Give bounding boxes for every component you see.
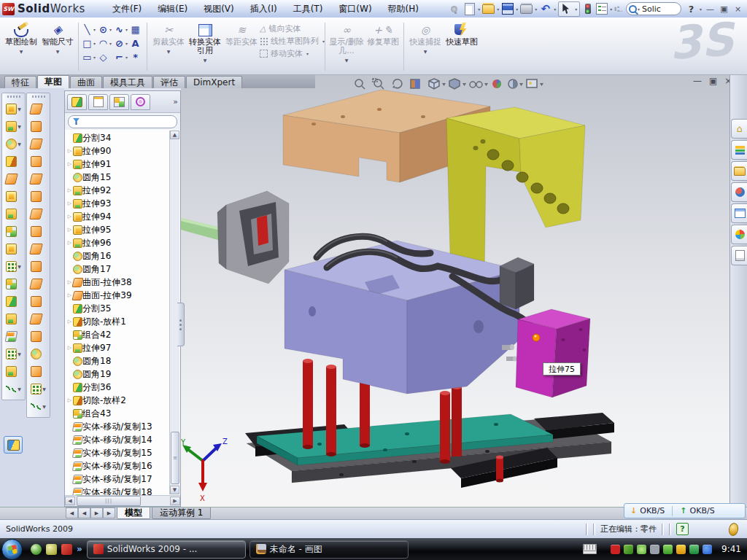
zoom-to-area-icon[interactable] xyxy=(373,79,384,89)
toolbar-button[interactable]: ▼ xyxy=(27,292,50,310)
custom-properties-tab[interactable] xyxy=(731,246,747,265)
overflow-chevron-icon[interactable]: » xyxy=(77,544,82,555)
close-button[interactable]: × xyxy=(732,4,744,15)
minimize-button[interactable]: — xyxy=(704,4,716,15)
menu-item[interactable]: 编辑(E) xyxy=(150,0,196,18)
linear-sketch-pattern-button[interactable]: 线性草图阵列 ▾ xyxy=(260,36,322,46)
select-cursor-button[interactable] xyxy=(560,3,573,15)
sketch-entity-button[interactable]: ⊙ ▾ xyxy=(98,25,112,34)
expand-arrow-icon[interactable]: ▷ xyxy=(66,227,73,233)
appearances-tab[interactable] xyxy=(731,225,747,244)
network-speed-monitor[interactable]: ↓ OKB/S ↑ OKB/S xyxy=(624,503,746,518)
toolbar-button[interactable]: ▼ xyxy=(2,327,25,345)
tree-horizontal-scrollbar[interactable]: ◀ ||| ▶ xyxy=(65,495,180,506)
ribbon-tab[interactable]: 模具工具 xyxy=(103,76,152,88)
expand-arrow-icon[interactable]: ▷ xyxy=(66,187,73,193)
toolbar-button[interactable]: ▼ xyxy=(27,345,50,362)
panel-expand-chevron[interactable]: » xyxy=(173,97,178,106)
study-tab[interactable]: 模型 xyxy=(117,508,150,519)
print-button[interactable] xyxy=(520,3,533,15)
solidworks-quicklaunch-icon[interactable] xyxy=(61,544,72,555)
sketch-entity-button[interactable]: ▭ ▾ xyxy=(82,52,96,62)
pin-icon[interactable] xyxy=(451,6,457,12)
taskbar-task-button[interactable]: SolidWorks 2009 - ... xyxy=(87,540,246,559)
study-nav-button[interactable]: ◀ xyxy=(66,508,78,518)
start-button[interactable] xyxy=(1,539,23,560)
study-nav-button[interactable]: ▶ xyxy=(103,508,115,518)
feature-tree-item[interactable]: ▷ 切除-放样2 xyxy=(66,394,170,407)
rotate-view-icon[interactable] xyxy=(392,79,402,88)
measure-tool-button-pressed[interactable] xyxy=(4,436,23,454)
feature-tree-item[interactable]: ▷ 实体-移动/复制17 xyxy=(66,472,170,486)
feature-tree-item[interactable]: ▷ 组合42 xyxy=(66,328,170,341)
display-style-icon[interactable] xyxy=(449,79,466,89)
download-manager-icon[interactable] xyxy=(703,545,712,554)
scroll-left-arrow[interactable]: ◀ xyxy=(65,497,75,505)
sketch-entity-button[interactable]: ◇ ▾ xyxy=(98,52,112,62)
feature-tree-item[interactable]: ▷ 曲面-拉伸39 xyxy=(66,289,170,302)
options-button[interactable] xyxy=(595,3,608,15)
scroll-up-arrow[interactable]: ▲ xyxy=(170,131,179,139)
study-nav-button[interactable]: ▶ xyxy=(90,508,103,518)
expand-arrow-icon[interactable]: ▷ xyxy=(66,240,73,246)
ribbon-tab[interactable]: 曲面 xyxy=(70,76,102,88)
feature-tree-item[interactable]: ▷ 圆角19 xyxy=(66,368,170,381)
toolbar-button[interactable]: ▼ xyxy=(27,275,50,292)
featuremanager-tab[interactable] xyxy=(67,94,87,110)
feature-tree-item[interactable]: ▷ 分割36 xyxy=(66,381,170,394)
new-document-button[interactable] xyxy=(463,3,476,15)
solidworks-resources-tab[interactable] xyxy=(731,182,747,202)
toolbar-button[interactable]: ▼ xyxy=(2,257,25,275)
feature-tree-item[interactable]: ▷ 圆角16 xyxy=(66,249,170,262)
feature-tree-item[interactable]: ▷ 拉伸96 xyxy=(66,236,170,249)
display-delete-relations-button[interactable]: ∞ 显示/删除几...▼ xyxy=(328,20,365,74)
feature-tree-item[interactable]: ▷ 曲面-拉伸38 xyxy=(66,276,170,289)
offset-entities-button[interactable]: ≋ 等距实体 xyxy=(223,20,260,74)
feature-tree-item[interactable]: ▷ 圆角17 xyxy=(66,262,170,276)
toolbar-button[interactable]: ▼ xyxy=(27,222,50,240)
toolbar-button[interactable]: ▼ xyxy=(2,380,25,397)
toolbar-button[interactable]: ▼ xyxy=(27,117,50,135)
toolbar-button[interactable]: ▼ xyxy=(27,397,50,415)
configurationmanager-tab[interactable] xyxy=(109,94,129,110)
toolbar-button[interactable]: ▼ xyxy=(2,240,25,257)
expand-arrow-icon[interactable]: ▷ xyxy=(66,161,73,167)
expand-arrow-icon[interactable]: ▷ xyxy=(66,201,73,206)
toolbar-button[interactable]: ▼ xyxy=(27,240,50,257)
toolbar-button[interactable]: ▼ xyxy=(2,100,25,117)
toolbar-button[interactable]: ▼ xyxy=(27,170,50,187)
expand-arrow-icon[interactable]: ▷ xyxy=(66,319,73,324)
menu-item[interactable]: 视图(V) xyxy=(196,0,242,18)
feature-tree-item[interactable]: ▷ 实体-移动/复制18 xyxy=(66,486,170,495)
toolbar-button[interactable]: ▼ xyxy=(2,345,25,362)
security-lightning-icon[interactable] xyxy=(624,545,633,554)
feature-tree-item[interactable]: ▷ 圆角18 xyxy=(66,354,170,368)
taskbar-task-button[interactable]: 未命名 - 画图 xyxy=(249,540,409,559)
help-button[interactable]: ? xyxy=(685,3,697,15)
quick-snaps-button[interactable]: ◎ 快速捕捉▼ xyxy=(407,20,444,74)
ribbon-tab[interactable]: 评估 xyxy=(153,76,185,88)
feature-tree-item[interactable]: ▷ 拉伸93 xyxy=(66,197,170,210)
toolbar-button[interactable]: ▼ xyxy=(2,310,25,327)
toolbar-button[interactable]: ▼ xyxy=(2,170,25,187)
expand-arrow-icon[interactable]: ▷ xyxy=(66,397,73,403)
file-explorer-tab[interactable] xyxy=(731,161,747,181)
propertymanager-tab[interactable] xyxy=(88,94,108,110)
feature-tree-item[interactable]: ▷ 实体-移动/复制15 xyxy=(66,446,170,459)
hscroll-thumb[interactable]: ||| xyxy=(77,496,141,506)
toolbar-button[interactable]: ▼ xyxy=(27,187,50,205)
macro-button[interactable]: ⑆.. xyxy=(614,4,622,14)
taskbar-clock[interactable]: 9:41 xyxy=(721,544,741,554)
toolbar-button[interactable]: ▼ xyxy=(27,310,50,327)
toolbar-button[interactable]: ▼ xyxy=(2,187,25,205)
feature-tree-item[interactable]: ▷ 拉伸92 xyxy=(66,184,170,197)
toolbar-button[interactable]: ▼ xyxy=(2,135,25,152)
toolbar-button[interactable]: ▼ xyxy=(2,152,25,170)
badge-icon[interactable] xyxy=(637,545,646,554)
feature-tree-item[interactable]: ▷ 拉伸94 xyxy=(66,210,170,223)
save-button[interactable] xyxy=(501,3,514,15)
section-view-icon[interactable] xyxy=(411,79,419,88)
feature-tree-item[interactable]: ▷ 圆角15 xyxy=(66,171,170,184)
expand-arrow-icon[interactable]: ▷ xyxy=(66,214,73,219)
doc-restore-button[interactable]: ▣ xyxy=(709,77,717,85)
